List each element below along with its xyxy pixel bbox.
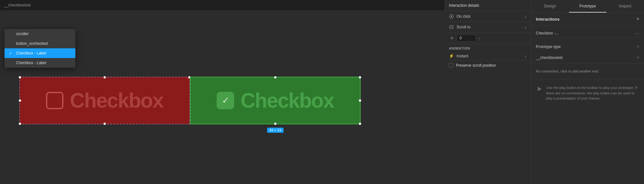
canvas-titlebar: __checkboxtest xyxy=(0,0,444,10)
canvas-area: __checkboxtest Checkbox ✓ xyxy=(0,0,444,184)
dropdown-item-checkbox-label-selected[interactable]: ✓ Checkbox - Label xyxy=(5,48,75,58)
checkbox-red-label: Checkbox xyxy=(70,89,163,112)
preserve-scroll-row[interactable]: Preserve scroll position xyxy=(444,61,531,70)
add-interaction-button[interactable]: + xyxy=(636,16,639,22)
preserve-scroll-checkbox[interactable] xyxy=(449,63,453,68)
checkbox-green-frame[interactable]: ✓ Checkbox 84 × 24 xyxy=(190,77,361,124)
device-close[interactable]: × xyxy=(637,55,639,61)
handle-lm[interactable] xyxy=(19,99,21,102)
prototype-type-header: Prototype type × xyxy=(531,41,644,52)
dropdown-label-scroller: scroller xyxy=(16,32,29,36)
offset-arrow: › xyxy=(478,36,480,40)
instant-label: Instant xyxy=(457,54,522,58)
play-icon[interactable] xyxy=(536,85,544,93)
connection-item-1[interactable]: Checkbox -... — xyxy=(536,29,639,38)
scroll-to-icon xyxy=(449,24,454,30)
scroll-to-value[interactable]: ↓ xyxy=(525,25,526,29)
interaction-details-header: Interaction details xyxy=(444,0,531,11)
dropdown-label-button-unchecked: button_unchecked xyxy=(16,41,48,46)
prototype-type-label: Prototype type xyxy=(536,44,561,49)
instant-icon: ⚡ xyxy=(449,53,454,58)
dropdown-item-button-unchecked[interactable]: button_unchecked xyxy=(5,39,75,48)
handle-tm[interactable] xyxy=(103,76,106,79)
no-connection-item: No connection, click to add another end. xyxy=(536,67,639,76)
scroll-to-label: Scroll to xyxy=(457,25,522,29)
no-connection-text: No connection, click to add another end. xyxy=(536,69,599,73)
checkbox-container: Checkbox ✓ Checkbox 84 × 24 xyxy=(19,77,361,124)
tab-prototype[interactable]: Prototype xyxy=(569,0,607,13)
prototype-info-section: No connection, click to add another end. xyxy=(531,63,644,79)
connection-label-1: Checkbox -... xyxy=(536,31,559,35)
checkbox-green-label: Checkbox xyxy=(241,89,334,112)
handle-green-tr[interactable] xyxy=(359,76,361,79)
connections-panel: Checkbox -... — xyxy=(531,25,644,41)
handle-green-rm[interactable] xyxy=(359,99,361,102)
connection-close-1[interactable]: — xyxy=(635,31,639,36)
preserve-scroll-label: Preserve scroll position xyxy=(456,63,496,68)
dropdown-item-checkbox-label-2[interactable]: Checkbox - Label xyxy=(5,58,75,68)
on-click-icon xyxy=(449,14,454,19)
offset-icon xyxy=(449,35,454,41)
dropdown-label-checkbox-label-2: Checkbox - Label xyxy=(16,61,46,65)
handle-green-tm[interactable] xyxy=(274,76,277,79)
instant-row[interactable]: ⚡ Instant ↓ xyxy=(444,52,531,61)
handle-bl[interactable] xyxy=(19,122,21,125)
handle-green-bm[interactable] xyxy=(274,122,277,125)
tab-design[interactable]: Design xyxy=(531,0,569,13)
instant-value[interactable]: ↓ xyxy=(525,54,526,58)
sidebar-tabs: Design Prototype Inspect xyxy=(531,0,644,13)
on-click-value[interactable]: ↓ xyxy=(525,14,526,19)
prototype-type-close[interactable]: × xyxy=(637,44,639,50)
tab-inspect[interactable]: Inspect xyxy=(606,0,644,13)
dropdown-item-scroller[interactable]: scroller xyxy=(5,29,75,39)
play-hint-item: Use the play button in the toolbar to pl… xyxy=(536,82,639,104)
on-click-row[interactable]: On click ↓ xyxy=(444,11,531,22)
size-badge: 84 × 24 xyxy=(267,128,283,133)
check-mark-selected: ✓ xyxy=(9,51,14,55)
offset-row[interactable]: 0 › xyxy=(444,33,531,44)
handle-bm[interactable] xyxy=(103,122,106,125)
handle-tl[interactable] xyxy=(19,76,21,79)
device-section-header: __checkboxtest × xyxy=(531,52,644,63)
play-hint-section: Use the play button in the toolbar to pl… xyxy=(531,79,644,107)
figma-sidebar: Design Prototype Inspect Interactions + … xyxy=(531,0,644,184)
animation-header: Animation xyxy=(444,44,531,52)
on-click-label: On click xyxy=(457,14,522,19)
svg-point-1 xyxy=(451,16,452,17)
checkbox-red-frame[interactable]: Checkbox xyxy=(19,77,190,124)
device-label: __checkboxtest xyxy=(536,55,563,60)
play-triangle xyxy=(538,87,542,91)
checkbox-unchecked-icon xyxy=(46,92,63,109)
checkbox-checked-icon: ✓ xyxy=(217,92,234,109)
offset-input[interactable]: 0 xyxy=(457,34,476,42)
play-hint-text: Use the play button in the toolbar to pl… xyxy=(546,85,639,101)
canvas-title: __checkboxtest xyxy=(4,3,31,7)
interactions-title: Interactions xyxy=(536,17,560,22)
dropdown-label-checkbox-label: Checkbox - Label xyxy=(16,51,46,55)
interactions-section-header: Interactions + xyxy=(531,13,644,25)
scroll-target-dropdown[interactable]: scroller button_unchecked ✓ Checkbox - L… xyxy=(5,29,75,68)
interaction-details-panel: Interaction details On click ↓ Scroll to… xyxy=(444,0,531,184)
scroll-to-row[interactable]: Scroll to ↓ xyxy=(444,22,531,33)
handle-green-br[interactable] xyxy=(359,122,361,125)
